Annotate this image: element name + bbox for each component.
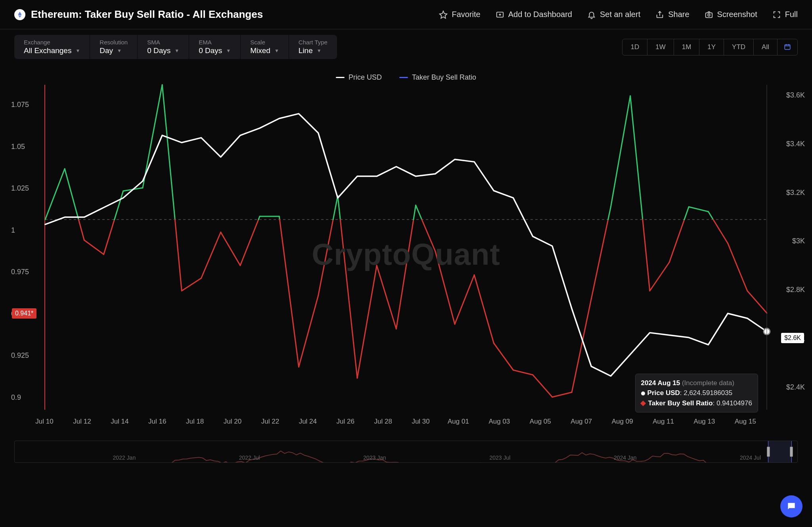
range-calendar[interactable] [778,39,797,55]
x-tick: Jul 30 [412,418,429,426]
legend-ratio[interactable]: Taker Buy Sell Ratio [399,73,476,82]
diamond-icon [640,401,646,406]
range-handle-right[interactable] [790,447,793,457]
y-right-tick: $2.8K [773,286,805,294]
range-handle-left[interactable] [767,447,770,457]
x-tick: Aug 15 [735,418,756,426]
sma-label: SMA [147,39,179,46]
set-alert-label: Set an alert [600,10,640,19]
range-1m[interactable]: 1M [674,39,700,55]
tooltip-note: (Incomplete data) [682,379,734,387]
y-left-tick: 1.025 [11,184,39,193]
chat-bubble[interactable] [780,495,802,517]
controls-bar: Exchange All Exchanges▼ Resolution Day▼ … [0,29,812,65]
chart-type-select[interactable]: Chart Type Line▼ [289,35,337,59]
ema-select[interactable]: EMA 0 Days▼ [189,35,241,59]
y-left-tick: 1.075 [11,101,39,109]
screenshot-button[interactable]: Screenshot [705,10,757,19]
range-tick: 2022 Jan [113,454,136,461]
chevron-down-icon: ▼ [226,48,231,53]
x-tick: Aug 01 [448,418,469,426]
legend: Price USD Taker Buy Sell Ratio [0,65,812,85]
tooltip-ratio-value: 0.94104976 [716,399,752,407]
legend-swatch-white [336,77,345,78]
y-left-tick: 1 [11,226,39,235]
ethereum-icon [14,9,25,20]
x-tick: Aug 05 [530,418,551,426]
x-tick: Jul 20 [224,418,241,426]
range-tick: 2024 Jul [740,454,761,461]
range-tick: 2023 Jul [489,454,510,461]
chevron-down-icon: ▼ [174,48,179,53]
x-axis: Jul 10Jul 12Jul 14Jul 16Jul 18Jul 20Jul … [44,418,767,426]
chevron-down-icon: ▼ [117,48,122,53]
y-right-marker: $2.6K [781,333,804,343]
range-selection[interactable] [768,441,792,462]
share-button[interactable]: Share [655,10,689,19]
scale-label: Scale [250,39,279,46]
fullscreen-icon [772,10,781,19]
time-range-group: 1D 1W 1M 1Y YTD All [622,39,798,55]
set-alert-button[interactable]: Set an alert [587,10,640,19]
legend-swatch-blue [399,77,408,78]
x-tick: Jul 26 [337,418,354,426]
range-all[interactable]: All [754,39,778,55]
x-tick: Jul 28 [374,418,392,426]
x-tick: Jul 22 [261,418,279,426]
tooltip-price-value: 2,624.59186035 [684,389,732,397]
share-icon [655,10,664,19]
star-icon [439,10,448,19]
bell-icon [587,10,596,19]
tooltip-ratio-label: Taker Buy Sell Ratio [648,399,713,407]
add-dashboard-button[interactable]: Add to Dashboard [496,10,572,19]
fullscreen-label: Full [785,10,798,19]
sma-select[interactable]: SMA 0 Days▼ [138,35,189,59]
resolution-label: Resolution [100,39,128,46]
share-label: Share [668,10,689,19]
dot-icon [641,391,645,395]
range-1d[interactable]: 1D [622,39,647,55]
fullscreen-button[interactable]: Full [772,10,798,19]
plot-area[interactable] [44,85,767,410]
scale-select[interactable]: Scale Mixed▼ [241,35,289,59]
y-right-tick: $3.2K [773,189,805,197]
exchange-label: Exchange [24,39,80,46]
range-slider[interactable]: 2022 Jan2022 Jul2023 Jan2023 Jul2024 Jan… [14,441,798,463]
x-tick: Aug 07 [571,418,592,426]
legend-price[interactable]: Price USD [336,73,382,82]
range-tick: 2023 Jan [363,454,386,461]
chevron-down-icon: ▼ [317,48,322,53]
legend-price-label: Price USD [349,73,382,82]
exchange-select[interactable]: Exchange All Exchanges▼ [14,35,90,59]
chart[interactable]: CryptoQuant 1.0751.051.02510.9750.950.92… [14,85,798,437]
svg-point-2 [708,14,710,16]
range-1y[interactable]: 1Y [699,39,724,55]
y-right-tick: $3K [773,237,805,245]
tooltip-price-label: Price USD [647,389,680,397]
ema-label: EMA [199,39,231,46]
x-tick: Aug 09 [612,418,633,426]
header: Ethereum: Taker Buy Sell Ratio - All Exc… [0,0,812,29]
chart-type-value: Line [299,46,313,55]
chart-container: CryptoQuant 1.0751.051.02510.9750.950.92… [0,85,812,437]
scale-value: Mixed [250,46,270,55]
x-tick: Aug 03 [488,418,510,426]
favorite-label: Favorite [452,10,480,19]
range-ytd[interactable]: YTD [724,39,754,55]
x-tick: Jul 14 [111,418,128,426]
screenshot-label: Screenshot [717,10,757,19]
x-tick: Aug 13 [694,418,715,426]
chart-type-label: Chart Type [299,39,327,46]
y-left-tick: 0.975 [11,268,39,276]
y-left-marker: 0.941* [12,308,36,319]
resolution-select[interactable]: Resolution Day▼ [90,35,138,59]
range-1w[interactable]: 1W [647,39,674,55]
favorite-button[interactable]: Favorite [439,10,480,19]
svg-rect-3 [785,44,790,49]
svg-rect-1 [705,13,712,17]
header-left: Ethereum: Taker Buy Sell Ratio - All Exc… [14,8,439,21]
x-tick: Jul 10 [35,418,53,426]
camera-icon [705,10,713,19]
y-right-tick: $3.6K [773,91,805,99]
add-dashboard-label: Add to Dashboard [508,10,572,19]
